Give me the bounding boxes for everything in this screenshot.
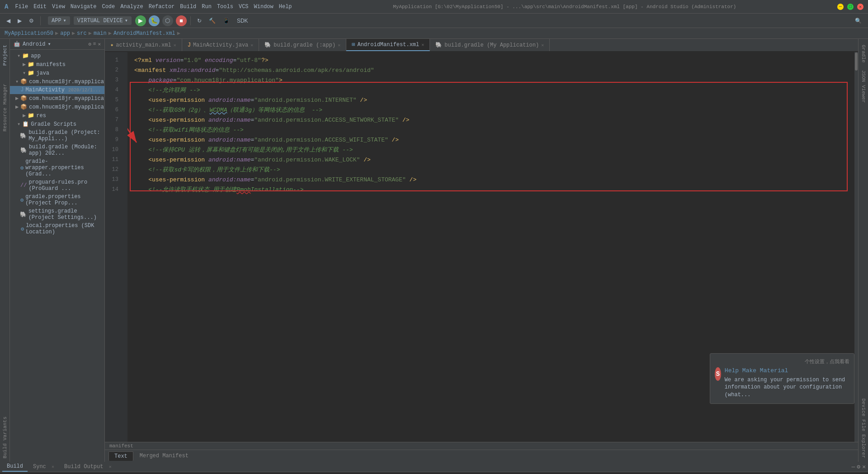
menu-view[interactable]: View <box>52 4 65 10</box>
breadcrumb-main[interactable]: main <box>94 30 107 37</box>
tree-item-res[interactable]: ▶ 📁 res <box>10 111 104 120</box>
tab-activity-main[interactable]: ✦ activity_main.xml ✕ <box>105 39 182 51</box>
build-tab[interactable]: Build <box>2 462 28 472</box>
tab-close-androidmanifest[interactable]: ✕ <box>421 42 424 47</box>
menu-navigate[interactable]: Navigate <box>71 4 97 10</box>
notif-content: Help Make Material We are asking your pe… <box>725 367 849 399</box>
bottom-tab-text[interactable]: Text <box>108 451 133 461</box>
tree-item-gradle-scripts[interactable]: ▾ 📋 Gradle Scripts <box>10 120 104 128</box>
menu-help[interactable]: Help <box>279 4 292 10</box>
breadcrumb-app[interactable]: MyApplication50 <box>5 30 53 37</box>
menu-edit[interactable]: Edit <box>33 4 47 10</box>
collapse-icon[interactable]: ≡ <box>93 41 96 47</box>
toolbar-forward-button[interactable]: ▶ <box>15 16 24 25</box>
run-button[interactable]: ▶ <box>135 15 146 26</box>
line-num-9: 9 <box>105 135 123 145</box>
tree-item-build-gradle-project[interactable]: 🐘 build.gradle (Project: My_Appli...) <box>10 128 104 143</box>
project-panel-icons: ⚙ ≡ ✕ <box>88 41 101 47</box>
breadcrumb-module[interactable]: app <box>60 30 70 37</box>
close-button[interactable]: ✕ <box>857 4 863 10</box>
menu-refactor[interactable]: Refactor <box>149 4 175 10</box>
right-tab-json-viewer[interactable]: JSON Viewer <box>860 66 867 107</box>
tab-build-gradle-app2[interactable]: 🐘 build.gradle (My Application) ✕ <box>430 39 550 51</box>
scrollbar-thumb[interactable] <box>855 52 858 71</box>
menu-window[interactable]: Window <box>254 4 274 10</box>
toolbar-avd-button[interactable]: 📱 <box>220 16 232 25</box>
search-everywhere-button[interactable]: 🔍 <box>852 16 864 25</box>
stop-button[interactable]: ■ <box>176 15 187 26</box>
panel-minimize-icon[interactable]: — <box>852 464 855 470</box>
debug-button[interactable]: 🐛 <box>149 15 160 26</box>
line-num-14: 14 <box>105 185 123 195</box>
build-output-tab[interactable]: Build Output ✕ <box>60 462 116 471</box>
device-selector[interactable]: VIRTUAL DEVICE ▾ <box>74 16 132 25</box>
project-dropdown-icon[interactable]: ▾ <box>47 41 51 47</box>
panel-controls: — ⚙ ✕ <box>852 463 866 470</box>
tree-item-settings-gradle[interactable]: 🐘 settings.gradle (Project Settings...) <box>10 207 104 222</box>
breadcrumb-src[interactable]: src <box>77 30 87 37</box>
menu-build[interactable]: Build <box>180 4 196 10</box>
attach-debugger-button[interactable]: ⬡ <box>162 15 173 26</box>
toolbar-sdk-button[interactable]: SDK <box>234 16 251 25</box>
run-config-selector[interactable]: APP ▾ <box>48 16 70 25</box>
right-tab-gradle[interactable]: Gradle <box>860 41 867 66</box>
tree-item-mainactivity[interactable]: J MainActivity 2020/12/1... <box>10 86 104 94</box>
panel-close-icon[interactable]: ✕ <box>862 463 866 470</box>
menu-file[interactable]: File <box>15 4 28 10</box>
breadcrumb-file[interactable]: AndroidManifest.xml <box>113 30 175 37</box>
tree-item-package3[interactable]: ▶ 📦 com.hnucm18jr.myapplicatio... <box>10 103 104 111</box>
left-tab-resource-manager[interactable]: Resource Manager <box>1 80 9 135</box>
tree-item-package2[interactable]: ▶ 📦 com.hnucm18jr.myapplicatio... <box>10 94 104 103</box>
tab-close-build-gradle-app[interactable]: ✕ <box>338 43 340 48</box>
tree-item-gradle-props[interactable]: ⚙ gradle.properties (Project Prop... <box>10 193 104 207</box>
tab-close-build-gradle-app2[interactable]: ✕ <box>541 43 544 48</box>
project-tree: ▾ 📁 app ▶ 📁 manifests ▾ 📁 java ▾ <box>10 50 104 462</box>
menu-analyze[interactable]: Analyze <box>120 4 143 10</box>
title-bar: A File Edit View Navigate Code Analyze R… <box>0 0 868 14</box>
expand-icon-res: ▶ <box>23 112 26 119</box>
window-controls: — □ ✕ <box>837 4 863 10</box>
menu-vcs[interactable]: VCS <box>239 4 249 10</box>
notif-header[interactable]: 个性设置，点我看看 <box>715 358 849 365</box>
menu-run[interactable]: Run <box>202 4 212 10</box>
build-output-tab-close[interactable]: ✕ <box>109 465 112 469</box>
tree-item-build-gradle-module[interactable]: 🐘 build.gradle (Module: app) 202... <box>10 143 104 157</box>
toolbar-sync-button[interactable]: ↻ <box>194 16 204 25</box>
tree-item-proguard[interactable]: // proguard-rules.pro (ProGuard ... <box>10 178 104 193</box>
tree-item-package1[interactable]: ▾ 📦 com.hnucm18jr.myapplicatio... <box>10 77 104 86</box>
left-tab-build-variants[interactable]: Build Variants <box>1 413 9 462</box>
indent-6 <box>134 105 148 115</box>
toolbar-settings-button[interactable]: ⚙ <box>26 16 37 25</box>
sync-tab-close[interactable]: ✕ <box>52 465 54 469</box>
maximize-button[interactable]: □ <box>847 4 854 10</box>
toolbar-back-button[interactable]: ◀ <box>4 16 13 25</box>
settings-gradle-icon: 🐘 <box>20 211 27 218</box>
line-num-5: 5 <box>105 95 123 105</box>
tab-mainactivity[interactable]: J MainActivity.java ✕ <box>182 39 259 51</box>
tree-item-local-props[interactable]: ⚙ local.properties (SDK Location) <box>10 222 104 236</box>
tab-close-mainactivity[interactable]: ✕ <box>250 43 253 48</box>
bottom-tab-merged-manifest[interactable]: Merged Manifest <box>134 451 194 460</box>
tree-item-manifests[interactable]: ▶ 📁 manifests <box>10 60 104 69</box>
sync-tab[interactable]: Sync ✕ <box>28 462 59 471</box>
panel-settings-icon[interactable]: ⚙ <box>857 463 860 470</box>
tab-build-gradle-app[interactable]: 🐘 build.gradle (:app) ✕ <box>259 39 346 51</box>
res-folder-icon: 📁 <box>28 112 34 119</box>
toolbar-build-button[interactable]: 🔨 <box>206 16 218 25</box>
tree-item-app[interactable]: ▾ 📁 app <box>10 52 104 60</box>
build-tab-label: Build <box>7 463 23 469</box>
notif-title[interactable]: Help Make Material <box>725 367 849 374</box>
menu-code[interactable]: Code <box>102 4 115 10</box>
xml-comment-8: <!--获取wifi网络状态的信息 --> <box>148 125 244 135</box>
tree-item-gradle-wrapper[interactable]: ⚙ gradle-wrapper.properties (Grad... <box>10 157 104 178</box>
minimize-button[interactable]: — <box>837 4 844 10</box>
gear-icon[interactable]: ⚙ <box>88 41 91 47</box>
editor-scrollbar[interactable] <box>854 52 858 442</box>
close-panel-icon[interactable]: ✕ <box>98 41 101 47</box>
tree-item-java[interactable]: ▾ 📁 java <box>10 69 104 77</box>
tab-close-activity-main[interactable]: ✕ <box>174 43 176 48</box>
right-tab-device-explorer[interactable]: Device File Explorer <box>860 395 867 462</box>
left-tab-project[interactable]: Project <box>1 41 9 69</box>
tab-androidmanifest[interactable]: ⊞ AndroidManifest.xml ✕ <box>346 39 430 51</box>
menu-tools[interactable]: Tools <box>217 4 233 10</box>
